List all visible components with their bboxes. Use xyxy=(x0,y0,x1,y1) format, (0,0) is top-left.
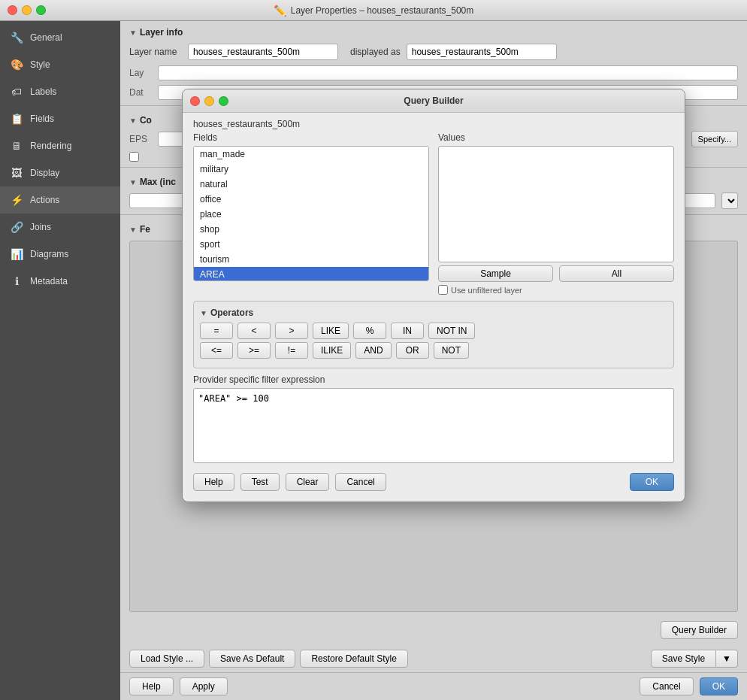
sidebar-item-general[interactable]: 🔧 General xyxy=(0,24,120,51)
operators-section: ▼ Operators = < > LIKE % IN NOT IN xyxy=(193,301,674,368)
dialog-layer-name: houses_restaurants_500m xyxy=(183,113,685,132)
op-like[interactable]: LIKE xyxy=(313,323,349,339)
filter-label: Provider specific filter expression xyxy=(193,374,674,385)
op-or[interactable]: OR xyxy=(396,342,429,359)
field-item-man-made[interactable]: man_made xyxy=(194,147,428,162)
field-item-area[interactable]: AREA xyxy=(194,267,428,281)
sidebar-item-metadata[interactable]: ℹ Metadata xyxy=(0,268,120,295)
op-gt[interactable]: > xyxy=(275,323,308,339)
operators-row-2: <= >= != ILIKE AND OR NOT xyxy=(200,342,667,359)
values-section: Values Sample All Use unfiltered layer xyxy=(438,132,674,295)
fields-section: Fields man_made military natural office … xyxy=(193,132,429,295)
metadata-icon: ℹ xyxy=(9,274,24,289)
query-builder-dialog: Query Builder houses_restaurants_500m Fi… xyxy=(182,89,685,502)
joins-icon: 🔗 xyxy=(9,220,24,235)
dialog-body: Fields man_made military natural office … xyxy=(183,132,685,502)
field-item-military[interactable]: military xyxy=(194,162,428,177)
dialog-window-controls[interactable] xyxy=(190,96,228,106)
field-item-tourism[interactable]: tourism xyxy=(194,252,428,267)
title-icon: ✏️ xyxy=(274,5,286,17)
labels-icon: 🏷 xyxy=(9,84,24,99)
values-label: Values xyxy=(438,132,674,143)
use-unfiltered-row: Use unfiltered layer xyxy=(438,285,674,295)
sidebar-item-display[interactable]: 🖼 Display xyxy=(0,159,120,186)
op-lt[interactable]: < xyxy=(237,323,271,339)
window-title: ✏️ Layer Properties – houses_restaurants… xyxy=(274,5,473,17)
sidebar-item-fields[interactable]: 📋 Fields xyxy=(0,105,120,132)
operators-arrow: ▼ xyxy=(200,309,207,317)
sidebar: 🔧 General 🎨 Style 🏷 Labels 📋 Fields 🖥 Re… xyxy=(0,21,120,700)
dialog-help-button[interactable]: Help xyxy=(193,473,234,491)
style-icon: 🎨 xyxy=(9,57,24,72)
close-button[interactable] xyxy=(8,5,17,15)
op-ilike[interactable]: ILIKE xyxy=(313,342,351,359)
dialog-cancel-button[interactable]: Cancel xyxy=(335,473,386,491)
dialog-title-text: Query Builder xyxy=(404,95,463,106)
dialog-title-bar: Query Builder xyxy=(183,89,685,113)
op-and[interactable]: AND xyxy=(355,342,391,359)
field-item-shop[interactable]: shop xyxy=(194,222,428,237)
sidebar-item-joins[interactable]: 🔗 Joins xyxy=(0,214,120,241)
field-item-place[interactable]: place xyxy=(194,207,428,222)
maximize-button[interactable] xyxy=(36,5,46,15)
op-percent[interactable]: % xyxy=(353,323,386,339)
right-content: ▼ Layer info Layer name displayed as Lay… xyxy=(120,21,747,700)
sidebar-item-style[interactable]: 🎨 Style xyxy=(0,51,120,78)
display-icon: 🖼 xyxy=(9,165,24,180)
all-button[interactable]: All xyxy=(559,265,674,282)
filter-textarea[interactable]: "AREA" >= 100 xyxy=(193,388,674,463)
use-unfiltered-checkbox[interactable] xyxy=(438,285,448,295)
sidebar-item-rendering[interactable]: 🖥 Rendering xyxy=(0,132,120,159)
values-list xyxy=(438,146,674,262)
use-unfiltered-label: Use unfiltered layer xyxy=(451,286,522,295)
dialog-close-button[interactable] xyxy=(190,96,200,106)
op-gte[interactable]: >= xyxy=(237,342,271,359)
window-controls[interactable] xyxy=(8,5,46,15)
actions-icon: ⚡ xyxy=(9,192,24,208)
field-item-office[interactable]: office xyxy=(194,192,428,207)
dialog-clear-button[interactable]: Clear xyxy=(286,473,330,491)
op-not[interactable]: NOT xyxy=(434,342,469,359)
fields-label: Fields xyxy=(193,132,429,143)
diagrams-icon: 📊 xyxy=(9,247,24,262)
general-icon: 🔧 xyxy=(9,30,24,45)
fields-values-row: Fields man_made military natural office … xyxy=(193,132,674,295)
dialog-minimize-button[interactable] xyxy=(204,96,214,106)
operators-label: ▼ Operators xyxy=(200,308,667,318)
minimize-button[interactable] xyxy=(22,5,32,15)
sidebar-item-labels[interactable]: 🏷 Labels xyxy=(0,78,120,105)
sidebar-item-actions[interactable]: ⚡ Actions xyxy=(0,186,120,214)
fields-list[interactable]: man_made military natural office place s… xyxy=(193,146,429,281)
op-equals[interactable]: = xyxy=(200,323,233,339)
op-lte[interactable]: <= xyxy=(200,342,233,359)
dialog-ok-button[interactable]: OK xyxy=(630,473,674,491)
op-in[interactable]: IN xyxy=(391,323,424,339)
op-neq[interactable]: != xyxy=(275,342,308,359)
dialog-overlay: Query Builder houses_restaurants_500m Fi… xyxy=(120,21,747,700)
title-bar: ✏️ Layer Properties – houses_restaurants… xyxy=(0,0,747,21)
field-item-sport[interactable]: sport xyxy=(194,237,428,252)
values-buttons: Sample All xyxy=(438,265,674,282)
main-container: 🔧 General 🎨 Style 🏷 Labels 📋 Fields 🖥 Re… xyxy=(0,21,747,700)
field-item-natural[interactable]: natural xyxy=(194,177,428,192)
sample-button[interactable]: Sample xyxy=(438,265,553,282)
operators-row-1: = < > LIKE % IN NOT IN xyxy=(200,323,667,339)
rendering-icon: 🖥 xyxy=(9,138,24,153)
sidebar-item-diagrams[interactable]: 📊 Diagrams xyxy=(0,241,120,268)
dialog-maximize-button[interactable] xyxy=(219,96,228,106)
op-not-in[interactable]: NOT IN xyxy=(428,323,475,339)
fields-icon: 📋 xyxy=(9,111,24,126)
dialog-bottom-buttons: Help Test Clear Cancel OK xyxy=(193,473,674,491)
dialog-test-button[interactable]: Test xyxy=(240,473,280,491)
